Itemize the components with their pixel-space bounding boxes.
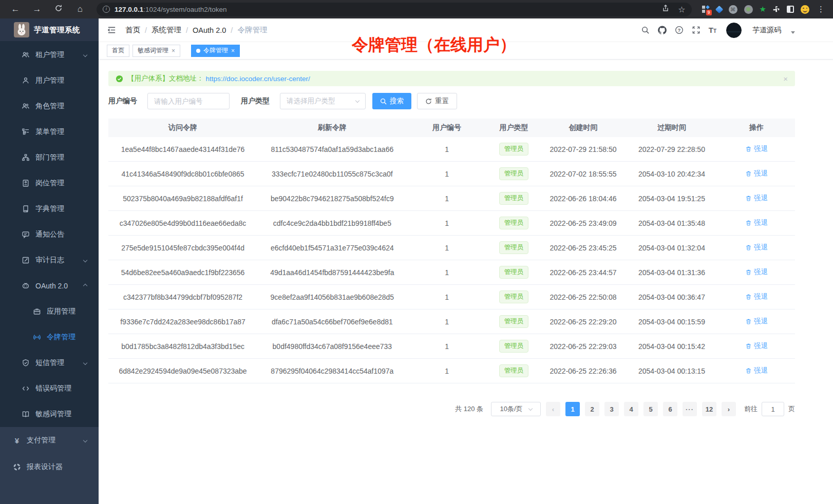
sidebar-item-oauth2[interactable]: OAuth 2.0 bbox=[0, 273, 99, 299]
col-user-id: 用户编号 bbox=[407, 123, 487, 132]
user-type-badge: 管理员 bbox=[499, 217, 529, 229]
app-briefcase-icon bbox=[33, 307, 41, 316]
next-page-button[interactable]: › bbox=[722, 402, 736, 416]
sidebar-fold-icon[interactable] bbox=[107, 25, 117, 35]
trash-icon bbox=[745, 220, 752, 226]
breadcrumb-system[interactable]: 系统管理 bbox=[152, 25, 181, 35]
sidebar-item-role[interactable]: 角色管理 bbox=[0, 93, 99, 119]
table-row: 41c41346a548490f9dc8b01c6bfe0865 333ecfc… bbox=[108, 162, 795, 186]
col-refresh-token: 刷新令牌 bbox=[257, 123, 407, 132]
command-extension-icon[interactable]: ⌘ bbox=[729, 5, 737, 14]
star-extension-icon[interactable]: ★ bbox=[760, 5, 766, 14]
tab-manager-extension-icon[interactable]: 9 bbox=[702, 6, 710, 13]
created-time-cell: 2022-06-25 23:49:09 bbox=[541, 219, 625, 227]
doc-link[interactable]: https://doc.iocoder.cn/user-center/ bbox=[206, 75, 310, 83]
trash-icon bbox=[745, 294, 752, 300]
force-logout-button[interactable]: 强退 bbox=[745, 341, 768, 351]
force-logout-button[interactable]: 强退 bbox=[745, 366, 768, 375]
emoji-profile-icon[interactable] bbox=[801, 5, 809, 14]
sidebar-item-menu[interactable]: 菜单管理 bbox=[0, 119, 99, 145]
sidebar-item-sensitive-words[interactable]: 敏感词管理 bbox=[0, 401, 99, 427]
tab-token-manage[interactable]: 令牌管理× bbox=[191, 45, 240, 57]
alert-close-icon[interactable]: × bbox=[783, 74, 788, 83]
breadcrumb-oauth[interactable]: OAuth 2.0 bbox=[193, 26, 226, 34]
page-button[interactable]: 12 bbox=[702, 402, 716, 416]
page-button[interactable]: ··· bbox=[683, 402, 697, 416]
trash-icon bbox=[745, 343, 752, 350]
user-type-cell: 管理员 bbox=[487, 340, 541, 353]
sidebar-item-errcode[interactable]: 错误码管理 bbox=[0, 376, 99, 401]
force-logout-button[interactable]: 强退 bbox=[745, 267, 768, 277]
tab-home[interactable]: 首页 bbox=[107, 45, 129, 57]
table-row: 6d842e2924594de9a09e45e087323abe 8796295… bbox=[108, 359, 795, 383]
force-logout-button[interactable]: 强退 bbox=[745, 243, 768, 252]
page-button[interactable]: 1 bbox=[565, 402, 580, 416]
caret-down-icon[interactable] bbox=[791, 31, 795, 34]
sidebar-item-oauth-apps[interactable]: 应用管理 bbox=[0, 299, 99, 324]
help-icon[interactable]: ? bbox=[675, 26, 684, 35]
announcement-icon bbox=[22, 230, 30, 239]
sidebar-item-report-designer[interactable]: 报表设计器 bbox=[0, 454, 99, 480]
bookmark-star-icon[interactable]: ☆ bbox=[678, 5, 685, 14]
search-icon[interactable] bbox=[641, 26, 650, 35]
chevron-down-icon bbox=[355, 98, 359, 102]
sidebar-item-dept[interactable]: 部门管理 bbox=[0, 145, 99, 170]
puzzle-extensions-icon[interactable] bbox=[773, 6, 780, 13]
sidebar-item-tenant[interactable]: 租户管理 bbox=[0, 42, 99, 68]
fullscreen-icon[interactable] bbox=[692, 26, 701, 35]
sidebar-item-dict[interactable]: 字典管理 bbox=[0, 196, 99, 222]
site-info-icon[interactable]: i bbox=[103, 6, 110, 13]
recorder-extension-icon[interactable] bbox=[744, 5, 753, 14]
page-button[interactable]: 6 bbox=[663, 402, 677, 416]
font-size-icon[interactable]: TT bbox=[709, 26, 716, 35]
search-button[interactable]: 搜索 bbox=[372, 93, 411, 109]
username[interactable]: 芋道源码 bbox=[752, 26, 781, 35]
force-logout-button[interactable]: 强退 bbox=[745, 317, 768, 326]
split-view-extension-icon[interactable] bbox=[787, 6, 794, 13]
table-header: 访问令牌 刷新令牌 用户编号 用户类型 创建时间 过期时间 操作 bbox=[108, 119, 795, 137]
force-logout-button[interactable]: 强退 bbox=[745, 144, 768, 153]
sidebar-item-notice[interactable]: 通知公告 bbox=[0, 222, 99, 247]
tab-sensitive-words[interactable]: 敏感词管理× bbox=[132, 45, 180, 57]
page-button[interactable]: 4 bbox=[624, 402, 638, 416]
chevron-up-icon bbox=[83, 284, 87, 288]
prev-page-button[interactable]: ‹ bbox=[546, 402, 560, 416]
col-actions: 操作 bbox=[718, 123, 795, 132]
force-logout-button[interactable]: 强退 bbox=[745, 292, 768, 301]
sidebar-item-post[interactable]: 岗位管理 bbox=[0, 170, 99, 196]
sidebar-item-audit-log[interactable]: 审计日志 bbox=[0, 247, 99, 273]
page-button[interactable]: 5 bbox=[643, 402, 658, 416]
close-icon[interactable]: × bbox=[172, 47, 175, 54]
force-logout-button[interactable]: 强退 bbox=[745, 169, 768, 178]
sidebar-item-sms[interactable]: 短信管理 bbox=[0, 350, 99, 376]
page-jump-input[interactable] bbox=[762, 402, 784, 416]
diamond-extension-icon[interactable] bbox=[715, 5, 723, 13]
page-button[interactable]: 3 bbox=[604, 402, 619, 416]
user-avatar[interactable] bbox=[726, 23, 742, 38]
back-icon[interactable]: ← bbox=[10, 4, 21, 14]
sidebar-item-pay[interactable]: ¥ 支付管理 bbox=[0, 427, 99, 454]
reload-icon[interactable] bbox=[53, 4, 64, 15]
force-logout-button[interactable]: 强退 bbox=[745, 193, 768, 203]
reset-button[interactable]: 重置 bbox=[417, 93, 457, 109]
audit-log-icon bbox=[22, 256, 30, 264]
user-type-badge: 管理员 bbox=[499, 315, 529, 328]
breadcrumb-home[interactable]: 首页 bbox=[125, 25, 140, 35]
sidebar-item-user[interactable]: 用户管理 bbox=[0, 68, 99, 93]
share-icon[interactable] bbox=[661, 4, 670, 14]
close-icon[interactable]: × bbox=[231, 47, 235, 54]
refresh-icon bbox=[425, 98, 432, 105]
forward-icon[interactable]: → bbox=[32, 4, 42, 14]
page-size-select[interactable]: 10条/页 bbox=[491, 402, 541, 416]
user-id-input[interactable] bbox=[147, 93, 230, 109]
browser-menu-icon[interactable]: ⋮ bbox=[816, 5, 825, 14]
user-type-select[interactable]: 请选择用户类型 bbox=[280, 93, 366, 109]
home-icon[interactable]: ⌂ bbox=[75, 4, 85, 14]
force-logout-button[interactable]: 强退 bbox=[745, 218, 768, 227]
page-button[interactable]: 2 bbox=[585, 402, 599, 416]
app-logo[interactable]: 芋道管理系统 bbox=[0, 18, 99, 41]
sidebar-item-token-manage[interactable]: 令牌管理 bbox=[0, 324, 99, 350]
url-bar[interactable]: i 127.0.0.1:1024/system/oauth2/token ☆ bbox=[97, 3, 692, 16]
chevron-down-icon bbox=[83, 53, 87, 57]
github-icon[interactable] bbox=[658, 26, 667, 35]
